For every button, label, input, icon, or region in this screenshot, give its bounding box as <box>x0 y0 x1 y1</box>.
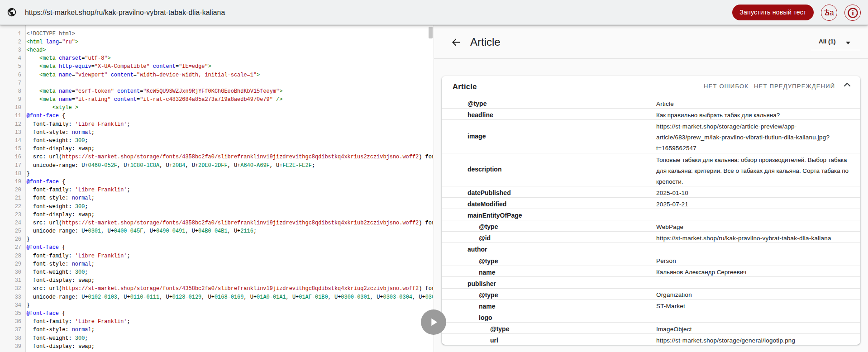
svg-text:a: a <box>830 9 835 17</box>
